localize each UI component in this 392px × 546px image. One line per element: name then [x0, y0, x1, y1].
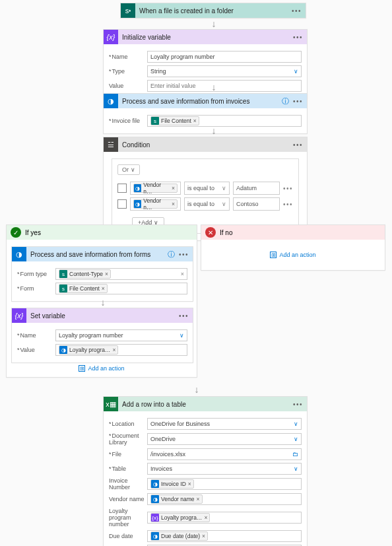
chevron-down-icon: ∨ [294, 68, 298, 75]
excel-icon: x▦ [104, 397, 118, 411]
file-label: File [109, 451, 147, 458]
vendor-name-label: Vendor name [109, 496, 147, 502]
condition-row: ◑Vendor n…× is equal to∨ Adatum ••• [117, 182, 293, 195]
process-invoices-card: ◑ Process and save information from invo… [103, 93, 308, 134]
flow-arrow-icon: ↓ [210, 18, 218, 29]
menu-icon[interactable]: ••• [292, 7, 302, 15]
library-dropdown[interactable]: OneDrive∨ [147, 433, 302, 445]
name-label: Name [17, 332, 55, 339]
remove-token-icon[interactable]: × [188, 481, 191, 487]
if-no-branch: ✕ If no ⊞Add an action [201, 224, 385, 271]
file-picker[interactable]: /invoices.xlsx🗀 [147, 448, 302, 460]
add-action-link[interactable]: ⊞Add an action [201, 252, 385, 258]
menu-icon[interactable]: ••• [293, 98, 303, 105]
dynamic-token-icon: ◑ [151, 480, 159, 488]
card-title: Condition [118, 141, 293, 149]
set-variable-card: {x} Set variable ••• NameLoyalty program… [11, 308, 193, 363]
remove-token-icon[interactable]: × [172, 185, 175, 191]
type-dropdown[interactable]: String∨ [147, 65, 302, 77]
process-forms-card: ◑ Process and save information from form… [11, 246, 193, 302]
operand-right[interactable]: Adatum [233, 182, 280, 195]
help-icon[interactable]: ⓘ [282, 96, 289, 106]
remove-token-icon[interactable]: × [105, 271, 108, 277]
logic-operator-dropdown[interactable]: Or ∨ [117, 164, 140, 175]
card-title: Process and save information from invoic… [118, 98, 282, 105]
row-checkbox[interactable] [117, 184, 127, 193]
location-dropdown[interactable]: OneDrive for Business∨ [147, 418, 302, 430]
invoice-file-field[interactable]: sFile Content× [147, 115, 302, 127]
dynamic-token-icon: ◑ [59, 346, 67, 354]
variable-token-icon: {x} [151, 514, 159, 522]
vendor-name-field[interactable]: ◑Vendor name× [147, 493, 302, 505]
sharepoint-icon: s♦ [121, 3, 135, 18]
trigger-title: When a file is created in a folder [135, 7, 292, 15]
remove-token-icon[interactable]: × [204, 514, 207, 521]
add-action-icon: ⊞ [270, 252, 277, 258]
flow-arrow-icon: ↓ [210, 82, 218, 92]
table-label: Table [109, 465, 147, 472]
due-date-field[interactable]: ◑Due date (date)× [147, 530, 302, 542]
form-field[interactable]: sFile Content× [55, 283, 187, 294]
row-menu-icon[interactable]: ••• [283, 201, 293, 208]
invoice-number-field[interactable]: ◑Invoice ID× [147, 478, 302, 490]
flow-arrow-icon: ↓ [210, 125, 218, 136]
remove-token-icon[interactable]: × [202, 533, 205, 539]
operand-left[interactable]: ◑Vendor n…× [130, 197, 181, 211]
trigger-card[interactable]: s♦ When a file is created in a folder ••… [120, 3, 306, 18]
add-action-icon: ⊞ [79, 365, 85, 372]
if-yes-label: If yes [25, 229, 41, 236]
chevron-down-icon: ∨ [294, 465, 298, 472]
variable-icon: {x} [12, 308, 26, 323]
row-menu-icon[interactable]: ••• [283, 185, 293, 192]
dynamic-token-icon: ◑ [134, 200, 141, 208]
operand-left[interactable]: ◑Vendor n…× [130, 182, 181, 195]
help-icon[interactable]: ⓘ [168, 250, 175, 259]
remove-token-icon[interactable]: × [112, 347, 115, 353]
forms-processing-icon: ◑ [104, 94, 118, 108]
menu-icon[interactable]: ••• [293, 34, 303, 41]
variable-icon: {x} [104, 30, 118, 44]
file-content-token[interactable]: sFile Content× [59, 284, 108, 293]
remove-token-icon[interactable]: × [102, 285, 105, 292]
value-field[interactable]: ◑Loyalty progra…× [55, 344, 187, 356]
folder-icon[interactable]: 🗀 [292, 451, 298, 458]
name-dropdown[interactable]: Loyalty program number∨ [55, 329, 187, 341]
menu-icon[interactable]: ••• [293, 141, 303, 149]
menu-icon[interactable]: ••• [179, 312, 189, 320]
card-title: Add a row into a table [118, 401, 293, 408]
invoice-number-label: Invoice Number [109, 477, 147, 491]
card-title: Process and save information from forms [26, 251, 168, 258]
if-yes-branch: ✓ If yes ◑ Process and save information … [6, 224, 197, 378]
value-field[interactable] [147, 80, 302, 92]
operand-right[interactable]: Contoso [233, 197, 280, 211]
loyalty-field[interactable]: {x}Loyalty progra…× [147, 512, 302, 524]
operator-dropdown[interactable]: is equal to∨ [184, 182, 230, 195]
table-dropdown[interactable]: Invoices∨ [147, 463, 302, 475]
condition-icon: ☱ [104, 137, 118, 152]
type-label: Type [109, 68, 147, 75]
remove-token-icon[interactable]: × [197, 496, 200, 502]
name-field[interactable] [147, 51, 302, 63]
add-action-link[interactable]: ⊞Add an action [7, 365, 197, 372]
file-content-token[interactable]: sFile Content× [150, 116, 199, 125]
dynamic-token-icon: ◑ [134, 184, 141, 192]
operator-dropdown[interactable]: is equal to∨ [184, 197, 230, 211]
row-checkbox[interactable] [117, 199, 127, 209]
card-title: Set variable [26, 312, 179, 320]
loyalty-token[interactable]: ◑Loyalty progra…× [59, 345, 118, 355]
form-type-field[interactable]: sContent-Type× × [55, 268, 187, 280]
excel-add-row-card: x▦ Add a row into a table ••• LocationOn… [103, 396, 308, 546]
menu-icon[interactable]: ••• [293, 401, 303, 408]
menu-icon[interactable]: ••• [179, 251, 189, 258]
chevron-down-icon: ∨ [294, 436, 298, 442]
content-type-token[interactable]: sContent-Type× [59, 269, 111, 279]
loyalty-label: Loyalty program number [109, 508, 147, 528]
remove-token-icon[interactable]: × [172, 201, 175, 207]
sharepoint-token-icon: s [59, 285, 67, 292]
card-title: Initialize variable [118, 34, 293, 41]
clear-icon[interactable]: × [181, 271, 184, 277]
remove-token-icon[interactable]: × [193, 118, 197, 124]
condition-row: ◑Vendor n…× is equal to∨ Contoso ••• [117, 197, 293, 211]
cross-icon: ✕ [205, 227, 216, 238]
chevron-down-icon: ∨ [180, 332, 184, 339]
